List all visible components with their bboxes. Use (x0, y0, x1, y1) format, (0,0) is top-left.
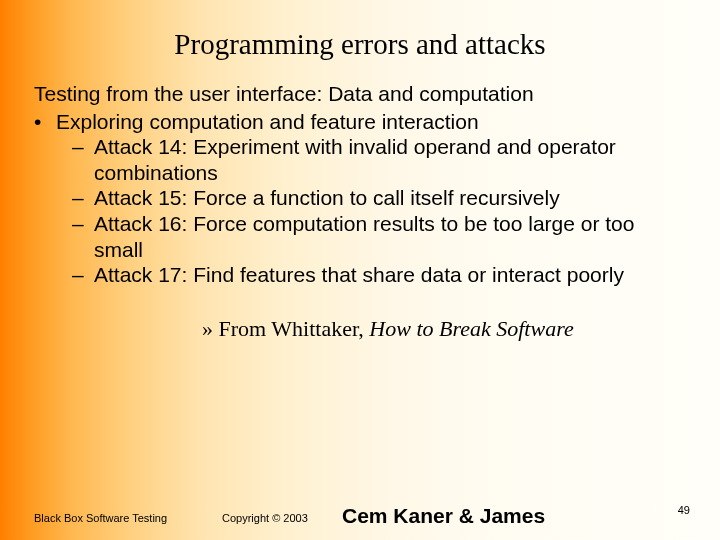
attack-text: Attack 15: Force a function to call itse… (94, 185, 686, 211)
dash-icon: – (72, 262, 94, 288)
dash-icon: – (72, 185, 94, 211)
citation-lead: » From Whittaker, (202, 316, 369, 341)
dash-icon: – (72, 134, 94, 160)
slide-body: Testing from the user interface: Data an… (0, 61, 720, 343)
list-item: – Attack 15: Force a function to call it… (72, 185, 686, 211)
slide: Programming errors and attacks Testing f… (0, 0, 720, 540)
sub-bullets: – Attack 14: Experiment with invalid ope… (72, 134, 686, 288)
footer-authors: Cem Kaner & James (342, 504, 545, 528)
footer-left: Black Box Software Testing (34, 512, 167, 524)
list-item: – Attack 16: Force computation results t… (72, 211, 686, 262)
bullet-dot-icon: • (34, 109, 56, 135)
citation: » From Whittaker, How to Break Software (202, 316, 686, 343)
footer: Black Box Software Testing Copyright © 2… (0, 496, 720, 528)
bullet-text: Exploring computation and feature intera… (56, 109, 479, 135)
list-item: – Attack 17: Find features that share da… (72, 262, 686, 288)
slide-title: Programming errors and attacks (0, 0, 720, 61)
intro-line: Testing from the user interface: Data an… (34, 81, 686, 107)
attack-text: Attack 17: Find features that share data… (94, 262, 686, 288)
footer-copyright: Copyright © 2003 (222, 512, 308, 524)
dash-icon: – (72, 211, 94, 237)
bullet-level1: • Exploring computation and feature inte… (34, 109, 686, 135)
list-item: – Attack 14: Experiment with invalid ope… (72, 134, 686, 185)
attack-text: Attack 14: Experiment with invalid opera… (94, 134, 686, 185)
attack-text: Attack 16: Force computation results to … (94, 211, 686, 262)
page-number: 49 (678, 504, 690, 516)
citation-source: How to Break Software (369, 316, 573, 341)
